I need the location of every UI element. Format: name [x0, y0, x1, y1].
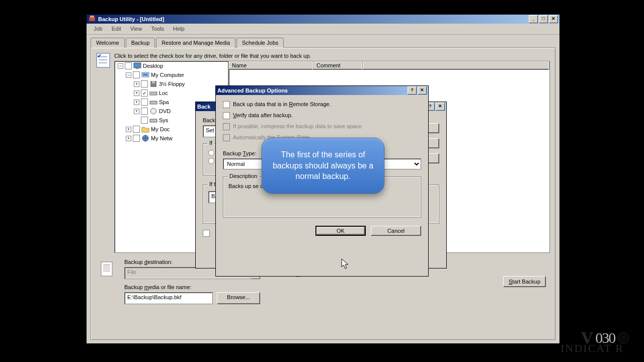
opt-compress: If possible, compress the backup data to… — [233, 123, 363, 129]
drive-icon — [149, 116, 157, 124]
expander-icon[interactable]: + — [134, 81, 139, 87]
col-comment[interactable]: Comment — [313, 61, 363, 69]
expander-icon[interactable]: − — [126, 72, 131, 78]
folder-icon — [141, 125, 149, 133]
network-icon — [141, 134, 149, 142]
expander-icon[interactable]: − — [118, 63, 123, 69]
dialog-title: Advanced Backup Options — [217, 87, 288, 94]
tree-dvd[interactable]: DVD — [159, 108, 171, 114]
svg-point-15 — [152, 110, 154, 112]
close-button[interactable]: ✕ — [549, 15, 558, 23]
menu-view[interactable]: View — [126, 25, 146, 33]
watermark: V 030 INDICAT R — [581, 327, 624, 349]
browse-button[interactable]: Browse... — [217, 292, 260, 304]
tree-my-doc[interactable]: My Doc — [151, 126, 170, 132]
checkbox[interactable] — [203, 230, 210, 237]
description-legend: Description — [227, 173, 259, 179]
expander-icon[interactable]: + — [134, 90, 139, 96]
inner-if-legend: If — [207, 140, 214, 146]
checkbox[interactable] — [223, 101, 230, 108]
svg-point-25 — [622, 336, 625, 339]
svg-point-24 — [620, 334, 627, 341]
svg-rect-11 — [152, 81, 155, 83]
main-titlebar[interactable]: Backup Utility - [Untitled] _ □ ✕ — [87, 15, 559, 24]
expander-icon[interactable]: + — [126, 127, 131, 132]
cancel-button[interactable]: Cancel — [371, 226, 421, 236]
svg-rect-13 — [150, 101, 157, 104]
close-button[interactable]: ✕ — [436, 103, 445, 111]
svg-rect-0 — [89, 17, 95, 21]
ok-button[interactable]: OK — [315, 226, 366, 236]
tab-restore[interactable]: Restore and Manage Media — [156, 38, 235, 48]
desktop-icon — [133, 62, 141, 70]
tree-floppy[interactable]: 3½ Floppy — [159, 81, 185, 87]
document-icon — [100, 261, 114, 304]
checkbox[interactable] — [223, 112, 230, 119]
svg-rect-2 — [97, 53, 110, 67]
computer-icon — [141, 71, 149, 79]
checkbox[interactable] — [133, 71, 140, 78]
inner-title: Back — [197, 104, 210, 110]
opt-remote-storage: Back up data that is in Remote Storage. — [233, 101, 331, 107]
checkbox[interactable] — [141, 80, 148, 87]
svg-rect-12 — [150, 92, 157, 95]
expander-icon[interactable]: + — [126, 136, 131, 141]
checkbox — [223, 123, 230, 130]
checkbox[interactable] — [141, 117, 148, 124]
media-label: Backup media or file name: — [124, 284, 260, 290]
instruction-text: Click to select the check box for any dr… — [114, 53, 550, 59]
checkbox[interactable] — [133, 135, 140, 142]
checkbox[interactable] — [141, 108, 148, 115]
radio-icon[interactable] — [208, 150, 214, 156]
tree-desktop[interactable]: Desktop — [143, 63, 163, 69]
tree-loc[interactable]: Loc — [159, 90, 168, 96]
checklist-icon — [96, 53, 110, 68]
dialog-titlebar[interactable]: Advanced Backup Options ? ✕ — [216, 86, 428, 95]
drive-icon — [149, 89, 157, 97]
maximize-button[interactable]: □ — [539, 15, 548, 23]
drive-icon — [149, 98, 157, 106]
media-field[interactable]: E:\Backup\Backup.bkf — [124, 292, 213, 304]
tree-computer[interactable]: My Computer — [151, 72, 184, 78]
dvd-icon — [149, 107, 157, 115]
start-backup-button[interactable]: Start Backup — [503, 276, 546, 287]
tree-my-net[interactable]: My Netw — [151, 135, 173, 141]
svg-rect-16 — [150, 119, 157, 122]
menu-edit[interactable]: Edit — [108, 25, 125, 33]
radio-icon[interactable] — [208, 158, 214, 164]
menu-job[interactable]: Job — [90, 25, 107, 33]
expander-icon[interactable]: + — [134, 100, 139, 105]
tabstrip: Welcome Backup Restore and Manage Media … — [91, 37, 555, 47]
info-tooltip: The first of the series of backups shoul… — [262, 138, 384, 194]
col-blank — [363, 61, 549, 69]
close-button[interactable]: ✕ — [418, 86, 427, 95]
tab-schedule[interactable]: Schedule Jobs — [236, 38, 284, 48]
floppy-icon — [149, 80, 157, 88]
help-button[interactable]: ? — [408, 86, 417, 95]
menu-help[interactable]: Help — [169, 25, 189, 33]
tree-sys[interactable]: Sys — [159, 117, 168, 123]
tab-welcome[interactable]: Welcome — [91, 38, 125, 48]
checkbox[interactable] — [133, 126, 140, 133]
opt-verify: Verify data after backup. — [233, 112, 293, 118]
menubar: Job Edit View Tools Help — [87, 24, 559, 34]
checkbox — [223, 134, 230, 141]
col-name[interactable]: Name — [229, 61, 313, 69]
svg-rect-1 — [90, 16, 94, 18]
checkbox[interactable]: ✓ — [141, 89, 148, 97]
checkbox[interactable] — [125, 62, 132, 69]
window-title: Backup Utility - [Untitled] — [98, 16, 164, 22]
svg-rect-9 — [143, 73, 148, 76]
expander-icon[interactable]: + — [134, 109, 139, 114]
menu-tools[interactable]: Tools — [147, 25, 168, 33]
checkbox[interactable] — [141, 99, 148, 106]
app-icon — [88, 15, 96, 23]
minimize-button[interactable]: _ — [529, 15, 538, 23]
svg-rect-6 — [134, 63, 141, 68]
svg-rect-7 — [136, 68, 139, 69]
tab-backup[interactable]: Backup — [126, 38, 155, 48]
tree-spa[interactable]: Spa — [159, 99, 169, 105]
